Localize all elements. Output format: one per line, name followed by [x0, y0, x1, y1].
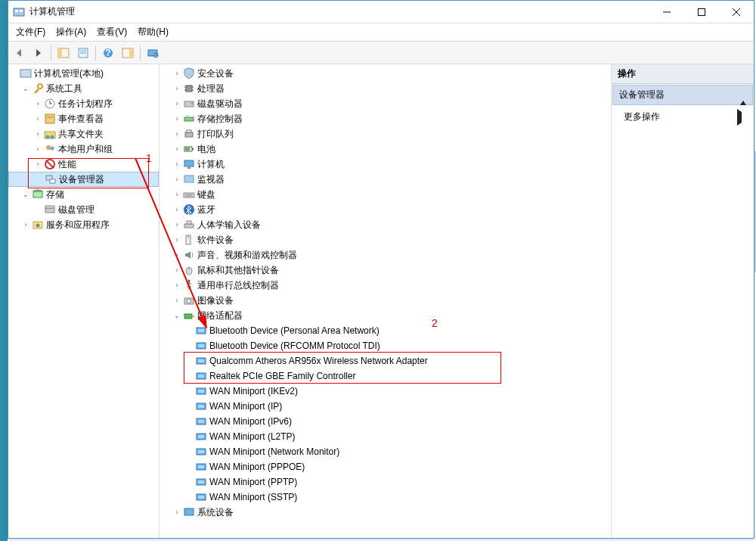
category-system-devices[interactable]: ›系统设备 — [160, 505, 611, 520]
collapse-icon[interactable]: ⌄ — [172, 310, 182, 321]
collapse-icon[interactable]: ⌄ — [20, 189, 31, 200]
more-actions-link[interactable]: 更多操作 — [612, 106, 754, 128]
expand-icon[interactable]: › — [172, 189, 182, 200]
category-network-adapters[interactable]: ⌄网络适配器 — [160, 308, 611, 323]
actions-pane: 操作 设备管理器 更多操作 — [612, 64, 754, 538]
category-bluetooth[interactable]: ›蓝牙 — [160, 202, 611, 217]
expand-icon[interactable]: › — [172, 250, 182, 260]
category-print-queues[interactable]: ›打印队列 — [160, 126, 611, 141]
battery-icon — [183, 143, 195, 155]
expand-icon[interactable]: › — [172, 265, 182, 275]
tree-storage[interactable]: ⌄ 存储 — [8, 187, 159, 202]
expand-icon[interactable]: › — [172, 144, 182, 154]
maximize-button[interactable] — [684, 1, 719, 23]
svg-point-30 — [46, 145, 51, 150]
network-adapter-icon — [183, 309, 195, 322]
blank-expander — [33, 204, 43, 215]
network-adapter-item[interactable]: WAN Miniport (IP) — [160, 399, 611, 414]
expand-icon[interactable]: › — [33, 129, 43, 139]
expand-icon[interactable]: › — [33, 159, 43, 169]
monitor-icon — [183, 173, 195, 185]
tree-task-scheduler[interactable]: › 任务计划程序 — [8, 96, 159, 111]
action-pane-button[interactable] — [119, 44, 137, 62]
show-hide-tree-button[interactable] — [54, 44, 73, 62]
tree-label: 性能 — [58, 158, 76, 171]
device-tree[interactable]: ›安全设备 ›处理器 ›磁盘驱动器 ›存储控制器 ›打印队列 ›电池 ›计算机 … — [160, 64, 611, 538]
tree-disk-management[interactable]: 磁盘管理 — [8, 202, 159, 217]
category-disk-drives[interactable]: ›磁盘驱动器 — [160, 96, 611, 111]
category-hid[interactable]: ›人体学输入设备 — [160, 217, 611, 232]
expand-icon[interactable]: › — [172, 204, 182, 215]
network-adapter-item[interactable]: Qualcomm Atheros AR956x Wireless Network… — [160, 353, 611, 368]
category-label: 处理器 — [197, 82, 225, 95]
category-computer[interactable]: ›计算机 — [160, 157, 611, 172]
forward-button[interactable] — [29, 44, 48, 62]
network-adapter-item[interactable]: WAN Miniport (Network Monitor) — [160, 444, 611, 459]
category-software-devices[interactable]: ›软件设备 — [160, 232, 611, 247]
category-mice[interactable]: ›鼠标和其他指针设备 — [160, 263, 611, 278]
adapter-label: Bluetooth Device (Personal Area Network) — [209, 325, 380, 336]
menu-file[interactable]: 文件(F) — [11, 23, 50, 41]
category-usb[interactable]: ›通用串行总线控制器 — [160, 278, 611, 293]
expand-icon[interactable]: › — [172, 159, 182, 169]
category-storage-controllers[interactable]: ›存储控制器 — [160, 111, 611, 126]
actions-group-header[interactable]: 设备管理器 — [612, 85, 753, 105]
network-adapter-item[interactable]: Realtek PCIe GBE Family Controller — [160, 368, 611, 384]
tree-event-viewer[interactable]: › 事件查看器 — [8, 111, 159, 126]
scan-hardware-button[interactable] — [144, 44, 162, 62]
tree-device-manager[interactable]: 设备管理器 — [8, 172, 159, 187]
network-adapter-item[interactable]: WAN Miniport (IKEv2) — [160, 384, 611, 399]
expand-icon[interactable]: › — [172, 295, 182, 306]
expand-icon[interactable]: › — [172, 129, 182, 139]
category-label: 人体学输入设备 — [197, 219, 261, 232]
expand-icon[interactable]: › — [172, 507, 182, 518]
expand-icon[interactable]: › — [172, 83, 182, 94]
toolbar-separator — [51, 45, 51, 61]
tree-services-apps[interactable]: › 服务和应用程序 — [8, 217, 159, 232]
menu-view[interactable]: 查看(V) — [92, 23, 132, 41]
expand-icon[interactable]: › — [33, 98, 43, 109]
collapse-up-icon[interactable] — [740, 90, 746, 101]
tree-local-users[interactable]: › 本地用户和组 — [8, 141, 159, 157]
category-security-devices[interactable]: ›安全设备 — [160, 66, 611, 81]
category-batteries[interactable]: ›电池 — [160, 141, 611, 157]
expand-icon[interactable]: › — [172, 113, 182, 124]
category-keyboards[interactable]: ›键盘 — [160, 187, 611, 202]
expand-icon[interactable]: › — [172, 68, 182, 79]
tree-performance[interactable]: › 性能 — [8, 157, 159, 172]
menu-help[interactable]: 帮助(H) — [133, 23, 173, 41]
tree-root-computer-management[interactable]: 计算机管理(本地) — [8, 66, 159, 81]
category-label: 通用串行总线控制器 — [197, 279, 279, 292]
svg-rect-92 — [198, 450, 204, 453]
svg-point-72 — [187, 300, 191, 303]
category-imaging[interactable]: ›图像设备 — [160, 293, 611, 308]
network-adapter-item[interactable]: WAN Miniport (L2TP) — [160, 429, 611, 444]
network-adapter-item[interactable]: WAN Miniport (PPTP) — [160, 474, 611, 490]
help-button[interactable]: ? — [99, 44, 117, 62]
svg-rect-50 — [186, 115, 189, 117]
expand-icon[interactable]: › — [20, 219, 31, 230]
expand-icon[interactable]: › — [172, 98, 182, 109]
expand-icon[interactable]: › — [33, 144, 43, 154]
tree-system-tools[interactable]: ⌄ 系统工具 — [8, 81, 159, 96]
expand-icon[interactable]: › — [172, 235, 182, 245]
menu-action[interactable]: 操作(A) — [51, 23, 91, 41]
category-sound-video-game[interactable]: ›声音、视频和游戏控制器 — [160, 247, 611, 263]
network-adapter-item[interactable]: Bluetooth Device (RFCOMM Protocol TDI) — [160, 338, 611, 353]
expand-icon[interactable]: › — [172, 280, 182, 291]
collapse-icon[interactable]: ⌄ — [20, 83, 31, 94]
category-processors[interactable]: ›处理器 — [160, 81, 611, 96]
tree-shared-folders[interactable]: › 共享文件夹 — [8, 126, 159, 141]
close-button[interactable] — [719, 1, 754, 23]
back-button[interactable] — [10, 44, 28, 62]
network-adapter-item[interactable]: Bluetooth Device (Personal Area Network) — [160, 323, 611, 338]
expand-icon[interactable]: › — [33, 113, 43, 124]
network-adapter-item[interactable]: WAN Miniport (PPPOE) — [160, 459, 611, 474]
expand-icon[interactable]: › — [172, 174, 182, 185]
properties-button[interactable] — [74, 44, 92, 62]
network-adapter-item[interactable]: WAN Miniport (IPv6) — [160, 414, 611, 429]
expand-icon[interactable]: › — [172, 219, 182, 230]
network-adapter-item[interactable]: WAN Miniport (SSTP) — [160, 490, 611, 505]
minimize-button[interactable] — [649, 1, 684, 23]
category-monitors[interactable]: ›监视器 — [160, 172, 611, 187]
